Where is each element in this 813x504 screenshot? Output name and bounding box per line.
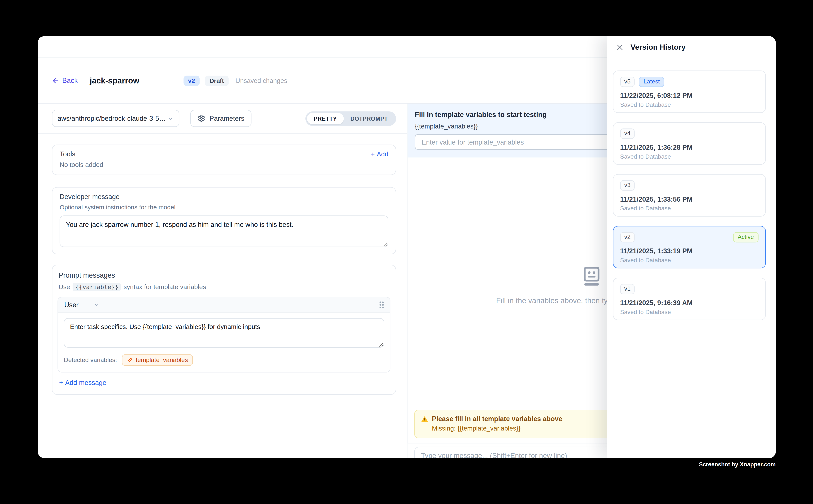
model-select-value: aws/anthropic/bedrock-claude-3-5-s...	[57, 114, 167, 122]
version-card-v4[interactable]: v4 11/21/2025, 1:36:28 PM Saved to Datab…	[613, 122, 766, 165]
back-button[interactable]: Back	[52, 77, 78, 84]
tools-card: Tools +Add No tools added	[52, 145, 396, 175]
version-card-v2[interactable]: v2 Active 11/21/2025, 1:33:19 PM Saved t…	[613, 226, 766, 268]
version-chip: v2	[620, 232, 635, 242]
toggle-pretty[interactable]: PRETTY	[307, 113, 344, 124]
version-card-v3[interactable]: v3 11/21/2025, 1:33:56 PM Saved to Datab…	[613, 174, 766, 217]
version-chip: v4	[620, 128, 635, 139]
add-message-button[interactable]: +Add message	[59, 379, 106, 386]
detected-variable-badge[interactable]: template_variables	[122, 354, 193, 366]
prompt-messages-title: Prompt messages	[59, 271, 390, 279]
version-note: Saved to Database	[620, 257, 759, 263]
format-toggle: PRETTY DOTPROMPT	[306, 111, 396, 126]
detected-variables-label: Detected variables:	[64, 356, 117, 364]
developer-message-subtitle: Optional system instructions for the mod…	[60, 204, 388, 211]
prompt-message-textarea[interactable]: Enter task specifics. Use {{template_var…	[64, 318, 384, 348]
prompt-messages-card: Prompt messages Use {{variable}} syntax …	[52, 265, 396, 395]
version-history-title: Version History	[631, 43, 686, 51]
developer-message-textarea[interactable]: You are jack sparrow number 1, respond a…	[60, 215, 388, 247]
tools-empty-label: No tools added	[60, 161, 388, 168]
variable-syntax-chip: {{variable}}	[73, 283, 121, 291]
chevron-down-icon[interactable]	[94, 302, 100, 308]
add-message-label: Add message	[65, 379, 106, 386]
bot-icon	[579, 264, 603, 288]
parameters-button[interactable]: Parameters	[190, 110, 252, 127]
version-timestamp: 11/21/2025, 9:16:39 AM	[620, 299, 759, 306]
plus-icon: +	[59, 379, 63, 386]
parameters-label: Parameters	[210, 114, 245, 122]
message-body: Enter task specifics. Use {{template_var…	[58, 313, 390, 372]
warning-triangle-icon	[421, 415, 428, 422]
pencil-icon	[127, 357, 133, 363]
version-card-v1[interactable]: v1 11/21/2025, 9:16:39 AM Saved to Datab…	[613, 278, 766, 320]
template-syntax-hint: Use {{variable}} syntax for template var…	[59, 283, 390, 291]
editor-content: Tools +Add No tools added Developer mess…	[38, 134, 407, 395]
role-select-value[interactable]: User	[64, 301, 78, 309]
plus-icon: +	[371, 150, 375, 158]
add-tool-label: Add	[377, 150, 388, 158]
tools-title: Tools	[60, 150, 75, 158]
message-role-header: User	[58, 297, 390, 313]
version-card-v5[interactable]: v5 Latest 11/22/2025, 6:08:12 PM Saved t…	[613, 71, 766, 113]
gear-icon	[197, 114, 205, 122]
version-badge: v2	[183, 75, 199, 86]
watermark: Screenshot by Xnapper.com	[699, 461, 776, 467]
page-title: jack-sparrow	[90, 76, 139, 85]
version-timestamp: 11/21/2025, 1:33:19 PM	[620, 247, 759, 255]
prompt-message-block: User Enter task specifics. Use {{templat…	[57, 297, 390, 373]
app-window: Back jack-sparrow v2 Draft Unsaved chang…	[38, 36, 776, 458]
active-badge: Active	[733, 232, 759, 242]
detected-variable-name: template_variables	[136, 356, 188, 364]
close-icon[interactable]	[616, 43, 624, 51]
screenshot-stage: Back jack-sparrow v2 Draft Unsaved chang…	[0, 0, 813, 504]
version-timestamp: 11/21/2025, 1:33:56 PM	[620, 195, 759, 203]
version-note: Saved to Database	[620, 308, 759, 315]
version-note: Saved to Database	[620, 153, 759, 159]
chevron-down-icon	[167, 115, 174, 121]
editor-pane: aws/anthropic/bedrock-claude-3-5-s... Pa…	[38, 104, 408, 458]
toggle-dotprompt[interactable]: DOTPROMPT	[344, 113, 395, 124]
version-note: Saved to Database	[620, 205, 759, 211]
detected-variables-row: Detected variables: template_variables	[64, 354, 384, 366]
drag-handle-icon[interactable]	[380, 301, 384, 308]
version-note: Saved to Database	[620, 101, 759, 108]
version-history-header: Version History	[606, 36, 776, 51]
hint-prefix: Use	[59, 283, 70, 291]
version-chip: v1	[620, 284, 635, 294]
version-timestamp: 11/22/2025, 6:08:12 PM	[620, 91, 759, 99]
version-history-panel: Version History v5 Latest 11/22/2025, 6:…	[606, 36, 776, 458]
add-tool-button[interactable]: +Add	[371, 150, 388, 158]
version-timestamp: 11/21/2025, 1:36:28 PM	[620, 143, 759, 151]
hint-suffix: syntax for template variables	[124, 283, 206, 291]
model-select[interactable]: aws/anthropic/bedrock-claude-3-5-s...	[52, 110, 179, 127]
version-chip: v5	[620, 77, 635, 87]
back-label: Back	[62, 77, 78, 84]
version-chip: v3	[620, 180, 635, 191]
editor-toolbar: aws/anthropic/bedrock-claude-3-5-s... Pa…	[38, 104, 407, 134]
draft-badge: Draft	[205, 75, 229, 86]
header-badges: v2 Draft Unsaved changes	[183, 75, 287, 86]
developer-message-title: Developer message	[60, 193, 388, 200]
arrow-left-icon	[52, 77, 59, 84]
developer-message-card: Developer message Optional system instru…	[52, 187, 396, 254]
version-list: v5 Latest 11/22/2025, 6:08:12 PM Saved t…	[613, 71, 766, 330]
unsaved-changes-label: Unsaved changes	[236, 77, 287, 84]
warning-title: Please fill in all template variables ab…	[432, 415, 562, 423]
latest-badge: Latest	[639, 77, 665, 87]
